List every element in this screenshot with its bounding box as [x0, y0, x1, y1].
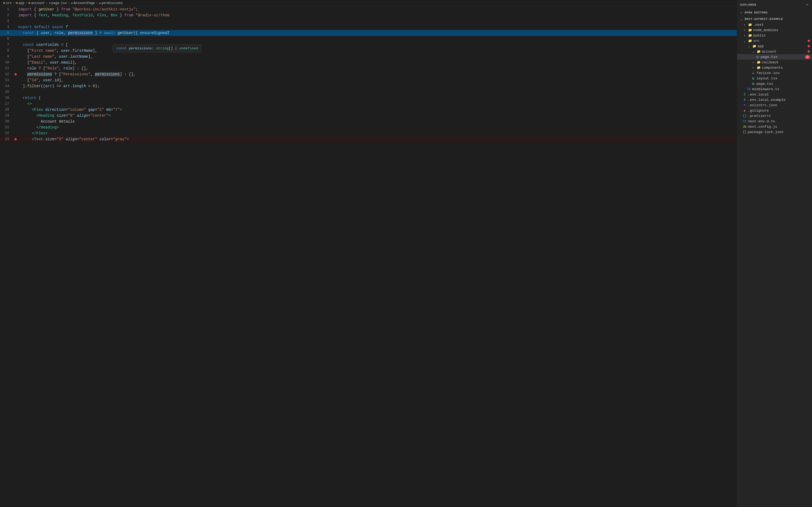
- tsx-icon: ⚙: [49, 1, 51, 5]
- symbol-icon: ◈: [99, 1, 101, 5]
- tree-item-label: account: [762, 50, 776, 54]
- tree-item-layout-tsx[interactable]: ⚙ layout.tsx: [737, 76, 812, 81]
- sidebar-menu-icon[interactable]: ⋯: [806, 2, 809, 7]
- code-line: 10 ["Email", user.email],: [0, 60, 737, 65]
- tree-item-account[interactable]: 📁 account: [737, 49, 812, 54]
- folder-icon: 📁: [752, 44, 756, 48]
- tree-item-favicon[interactable]: ★ favicon.ico: [737, 70, 812, 76]
- code-line: 19 <Heading size="8" align="center">: [0, 113, 737, 119]
- code-line: 8 ["First name", user.firstName],: [0, 48, 737, 54]
- ts-icon: TS: [743, 119, 747, 123]
- tree-item-prettierrc[interactable]: {} .prettierrc: [737, 113, 812, 119]
- env-icon: $: [743, 98, 747, 102]
- js-icon: JS: [743, 124, 747, 129]
- tree-item-label: .eslintrc.json: [748, 103, 777, 107]
- code-line: 1 import { getUser } from "@workos-inc/a…: [0, 6, 737, 12]
- folder-icon: ⊞: [16, 1, 18, 5]
- tree-item-label: .env.local: [748, 93, 769, 97]
- tree-item-env-local[interactable]: $ .env.local: [737, 92, 812, 97]
- breadcrumb-account-page[interactable]: ◈ AccountPage: [71, 1, 95, 5]
- modified-dot: [808, 45, 810, 47]
- tree-item-label: layout.tsx: [756, 76, 777, 80]
- error-badge: 2: [805, 55, 810, 59]
- breadcrumb-app[interactable]: ⊞ app: [16, 1, 24, 5]
- chevron-down-icon: [739, 17, 744, 21]
- ts-icon: TS: [747, 87, 751, 91]
- folder-icon: 📁: [748, 28, 752, 32]
- tree-item-callback[interactable]: 📁 callback: [737, 60, 812, 65]
- chevron-right-icon: [743, 28, 747, 32]
- tree-item-label: next-env.d.ts: [748, 119, 775, 123]
- breadcrumb-page-tsx[interactable]: ⚙ page.tsx: [49, 1, 67, 5]
- code-line: 23 <Text size="5" align="center" color="…: [0, 136, 737, 142]
- tree-item-app[interactable]: 📁 app: [737, 44, 812, 49]
- hover-tooltip: const permissions: string[] | undefined: [113, 45, 201, 52]
- sidebar-tree[interactable]: OPEN EDITORS NEXT-AUTHKIT-EXAMPLE 📁 .nex…: [737, 10, 812, 507]
- folder-icon: 📁: [756, 60, 761, 64]
- json-icon: {}: [743, 130, 747, 134]
- code-line: 9 ["Last name", user.lastName],: [0, 54, 737, 60]
- tree-section-open-editors: OPEN EDITORS: [737, 10, 812, 15]
- chevron-down-icon: [751, 49, 755, 54]
- tree-item-label: page.tsx: [761, 55, 777, 59]
- tree-item-gitignore[interactable]: ◆ .gitignore: [737, 108, 812, 113]
- code-line: 5 const { user, role, permissions } = aw…: [0, 30, 737, 36]
- open-editors-header[interactable]: OPEN EDITORS: [737, 10, 812, 15]
- tree-item-env-local-example[interactable]: $ .env.local.example: [737, 97, 812, 103]
- sidebar: EXPLORER ⋯ OPEN EDITORS NEXT-AUTHKIT-EXA…: [737, 0, 812, 507]
- tree-item-next[interactable]: 📁 .next: [737, 22, 812, 27]
- chevron-right-icon: [743, 22, 747, 27]
- tree-item-label: middleware.ts: [752, 87, 779, 91]
- code-line: 13 ["Id", user.id],: [0, 77, 737, 83]
- folder-icon: 📁: [748, 22, 752, 27]
- code-line: 17 <>: [0, 101, 737, 107]
- tree-item-label: .gitignore: [748, 109, 769, 113]
- folder-icon: 📁: [748, 33, 752, 38]
- code-line: 12 permissions ? ["Permissions", permiss…: [0, 71, 737, 77]
- eslint-icon: ●: [743, 103, 747, 107]
- env-icon: $: [743, 92, 747, 97]
- tree-item-label: components: [762, 66, 783, 70]
- breadcrumb-permissions[interactable]: ◈ permissions: [99, 1, 123, 5]
- tree-item-next-env-dts[interactable]: TS next-env.d.ts: [737, 119, 812, 124]
- tree-item-label: .env.local.example: [748, 98, 785, 102]
- tree-item-label: package-lock.json: [748, 130, 783, 134]
- tree-item-next-config[interactable]: JS next.config.js: [737, 124, 812, 129]
- tsx-gear-icon: ⚙: [755, 55, 760, 59]
- tree-item-middleware[interactable]: TS middleware.ts: [737, 87, 812, 92]
- code-line: 2 import { Text, Heading, TextField, Fle…: [0, 12, 737, 18]
- code-editor[interactable]: const permissions: string[] | undefined …: [0, 6, 737, 507]
- tree-item-label: favicon.ico: [756, 71, 779, 75]
- tree-item-eslintrc[interactable]: ● .eslintrc.json: [737, 103, 812, 108]
- code-line: 7 const userFields = [: [0, 42, 737, 48]
- code-line: 6: [0, 36, 737, 42]
- editor-area: ⊞ src › ⊞ app › ⊞ account › ⚙ page.tsx ›…: [0, 0, 737, 507]
- project-header[interactable]: NEXT-AUTHKIT-EXAMPLE: [737, 16, 812, 22]
- code-line: 14 ].filter((arr) => arr.length > 0);: [0, 83, 737, 89]
- breadcrumb-account[interactable]: ⊞ account: [29, 1, 45, 5]
- code-line: 21 </Heading>: [0, 124, 737, 130]
- symbol-icon: ◈: [71, 1, 73, 5]
- tree-item-src[interactable]: 📁 src: [737, 38, 812, 44]
- sidebar-header: EXPLORER ⋯: [737, 0, 812, 10]
- tree-item-page-tsx-account[interactable]: ⚙ page.tsx 2: [737, 54, 812, 60]
- folder-icon: 📁: [748, 39, 752, 43]
- breadcrumb-src[interactable]: ⊞ src: [3, 1, 12, 5]
- tree-item-label: page.tsx: [756, 82, 773, 86]
- tree-item-components[interactable]: 📁 components: [737, 65, 812, 70]
- tree-item-public[interactable]: 📁 public: [737, 33, 812, 38]
- git-icon: ◆: [743, 108, 747, 113]
- tree-item-node-modules[interactable]: 📁 node_modules: [737, 27, 812, 33]
- tsx-gear-icon: ⚙: [751, 81, 755, 86]
- folder-icon: 📁: [756, 49, 761, 54]
- tree-item-label: .next: [753, 23, 764, 27]
- code-lines: const permissions: string[] | undefined …: [0, 6, 737, 507]
- project-label: NEXT-AUTHKIT-EXAMPLE: [745, 17, 783, 21]
- tree-item-package-lock[interactable]: {} package-lock.json: [737, 129, 812, 135]
- tree-item-page-tsx-app[interactable]: ⚙ page.tsx: [737, 81, 812, 87]
- folder-icon: 📁: [756, 65, 761, 70]
- prettier-icon: {}: [743, 114, 747, 118]
- ico-icon: ★: [751, 71, 755, 75]
- tree-item-label: app: [758, 44, 764, 48]
- code-line: 4 export default async f: [0, 24, 737, 30]
